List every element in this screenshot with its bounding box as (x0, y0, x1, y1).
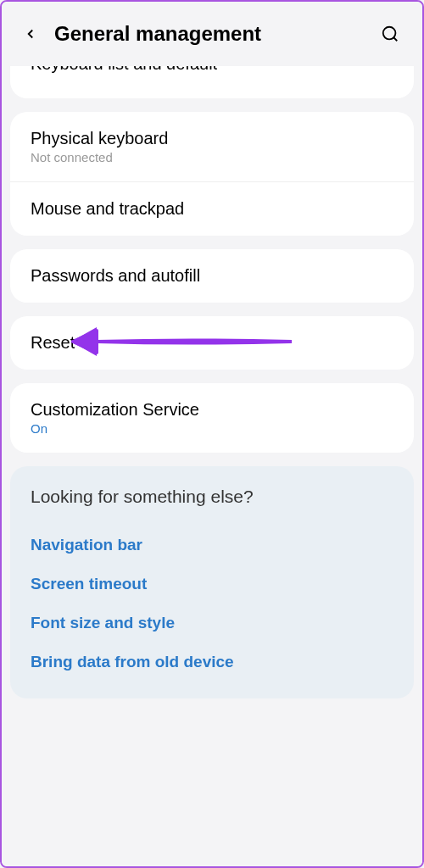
annotation-arrow (71, 322, 300, 364)
card-passwords: Passwords and autofill (10, 249, 414, 303)
item-title: Customization Service (31, 400, 393, 420)
item-title: Passwords and autofill (31, 266, 393, 286)
item-passwords-autofill[interactable]: Passwords and autofill (10, 249, 414, 303)
page-title: General management (54, 22, 373, 46)
item-customization-service[interactable]: Customization Service On (10, 383, 414, 453)
card-customization: Customization Service On (10, 383, 414, 453)
item-physical-keyboard[interactable]: Physical keyboard Not connected (10, 112, 414, 181)
item-subtitle: Not connected (31, 150, 393, 164)
back-button[interactable] (14, 17, 47, 51)
chevron-left-icon (23, 26, 38, 42)
item-title: Reset (31, 333, 75, 353)
link-font-size-style[interactable]: Font size and style (31, 604, 393, 643)
search-button[interactable] (373, 17, 407, 51)
item-reset[interactable]: Reset (10, 316, 414, 370)
item-mouse-trackpad[interactable]: Mouse and trackpad (10, 181, 414, 236)
svg-line-1 (393, 37, 397, 41)
header: General management (10, 2, 414, 66)
item-title: Mouse and trackpad (31, 199, 393, 219)
link-bring-data[interactable]: Bring data from old device (31, 643, 393, 682)
item-title: Physical keyboard (31, 129, 393, 148)
search-icon (381, 25, 399, 43)
link-navigation-bar[interactable]: Navigation bar (31, 526, 393, 565)
svg-point-0 (383, 27, 396, 40)
card-reset: Reset (10, 316, 414, 370)
link-screen-timeout[interactable]: Screen timeout (31, 565, 393, 604)
clipped-card[interactable]: Keyboard list and default (10, 66, 414, 98)
card-input-devices: Physical keyboard Not connected Mouse an… (10, 112, 414, 236)
suggestions-title: Looking for something else? (31, 487, 393, 507)
suggestions-card: Looking for something else? Navigation b… (10, 466, 414, 698)
clipped-item-title: Keyboard list and default (31, 66, 217, 74)
item-subtitle: On (31, 421, 393, 436)
